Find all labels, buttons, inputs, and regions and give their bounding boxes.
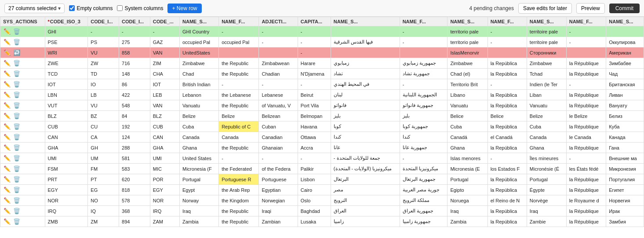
cell-name-f-3[interactable]: -: [488, 26, 527, 37]
cell-code-i-1[interactable]: NO: [88, 195, 119, 206]
cell-name-s[interactable]: Micronesia (F: [180, 164, 219, 174]
cell-code-i-2[interactable]: 148: [119, 69, 150, 79]
cell-name-s-4[interactable]: Égypte: [527, 185, 566, 195]
cell-name-f-3[interactable]: la República: [488, 206, 527, 216]
cell-code-s[interactable]: POR: [150, 174, 179, 185]
cell-name-s-3[interactable]: Líbano: [448, 90, 488, 100]
cell-name-f-4[interactable]: -: [566, 37, 606, 48]
delete-icon[interactable]: 🗑️: [13, 186, 21, 194]
cell-capita[interactable]: -: [298, 37, 331, 48]
cell-name-s-2[interactable]: (ميكرونيزيا (الولايات - المتحدة: [331, 164, 400, 174]
cell-name-s-4[interactable]: Zambie: [527, 216, 566, 227]
cell-name-f-2[interactable]: جمهورية العراق: [400, 206, 448, 216]
cell-name-s-5[interactable]: Микронезия: [606, 164, 644, 174]
empty-columns-checkbox[interactable]: [69, 5, 75, 11]
cell-name-f-2[interactable]: -: [400, 79, 448, 90]
cell-name-f[interactable]: Belize: [219, 111, 259, 121]
cell-name-s-2[interactable]: لبنان: [331, 90, 400, 100]
cell-capita[interactable]: -: [298, 79, 331, 90]
cell-name-f-4[interactable]: -: [566, 153, 606, 164]
cell-adjecti[interactable]: Cuban: [259, 121, 298, 132]
cell-code-i-2[interactable]: 620: [119, 174, 150, 185]
cell-code-iso-3[interactable]: VUT: [45, 100, 88, 111]
edit-icon[interactable]: ✏️: [3, 165, 11, 172]
cell-name-s-2[interactable]: البرتغال: [331, 174, 400, 185]
cell-code-i-1[interactable]: LB: [88, 90, 119, 100]
cell-name-f-3[interactable]: Belice: [488, 111, 527, 121]
cell-name-f-2[interactable]: الجمهورية اللبنانية: [400, 90, 448, 100]
cell-code-i-1[interactable]: GH: [88, 143, 119, 153]
cell-name-s-5[interactable]: Ирак: [606, 206, 644, 216]
cell-name-f-4[interactable]: la République: [566, 121, 606, 132]
cell-name-f[interactable]: [219, 48, 259, 58]
cell-adjecti[interactable]: Canadian: [259, 132, 298, 143]
cell-adjecti[interactable]: Zambian: [259, 216, 298, 227]
cell-name-f-3[interactable]: -: [488, 37, 527, 48]
cell-name-s-5[interactable]: Белиз: [606, 111, 644, 121]
cell-name-f-3[interactable]: el Canadá: [488, 132, 527, 143]
cell-code-i-2[interactable]: 422: [119, 90, 150, 100]
edit-icon[interactable]: ✏️: [3, 112, 11, 120]
cell-name-f-4[interactable]: le Royaume d: [566, 195, 606, 206]
delete-icon[interactable]: 🗑️: [13, 59, 21, 67]
edit-icon[interactable]: ✏️: [3, 197, 11, 204]
cell-name-s-4[interactable]: Norvège: [527, 195, 566, 206]
cell-name-f-3[interactable]: [488, 48, 527, 58]
cell-name-s-4[interactable]: Portugal: [527, 174, 566, 185]
cell-adjecti[interactable]: Norwegian: [259, 195, 298, 206]
cell-name-f-3[interactable]: el Reino de N: [488, 195, 527, 206]
cell-name-s-4[interactable]: Tchad: [527, 69, 566, 79]
cell-name-s[interactable]: Zambia: [180, 216, 219, 227]
cell-code-iso-3[interactable]: NOR: [45, 195, 88, 206]
cell-adjecti[interactable]: of the Federa: [259, 164, 298, 174]
system-columns-toggle[interactable]: System columns: [117, 5, 163, 11]
cell-code-i-1[interactable]: BZ: [88, 111, 119, 121]
cell-name-s-2[interactable]: كوبا: [331, 121, 400, 132]
cell-code-s[interactable]: LEB: [150, 90, 179, 100]
cell-name-s-3[interactable]: Cuba: [448, 121, 488, 132]
edit-icon[interactable]: ✏️: [3, 186, 11, 194]
cell-name-f-3[interactable]: la República: [488, 90, 527, 100]
cell-name-f-2[interactable]: -: [400, 37, 448, 48]
cell-adjecti[interactable]: -: [259, 153, 298, 164]
new-row-button[interactable]: + New row: [167, 4, 201, 13]
cell-name-f-2[interactable]: ميكرونيزيا المتحدة: [400, 164, 448, 174]
cell-name-s-3[interactable]: Egipto: [448, 185, 488, 195]
cell-name-s-4[interactable]: Cuba: [527, 121, 566, 132]
columns-selector[interactable]: 27 columns selected ▾: [4, 4, 65, 13]
cell-name-s-2[interactable]: [331, 48, 400, 58]
delete-icon[interactable]: 🗑️: [13, 38, 21, 46]
cell-name-f-3[interactable]: la República: [488, 58, 527, 69]
cell-name-s[interactable]: Ghana: [180, 143, 219, 153]
cell-name-s[interactable]: Egypt: [180, 185, 219, 195]
cell-adjecti[interactable]: -: [259, 26, 298, 37]
cell-name-f-4[interactable]: [566, 48, 606, 58]
cell-name-s-5[interactable]: Британская: [606, 79, 644, 90]
cell-name-f-3[interactable]: -: [488, 153, 527, 164]
cell-name-f[interactable]: the Republic: [219, 143, 259, 153]
cell-name-s-2[interactable]: تشاد: [331, 69, 400, 79]
cell-code-i-1[interactable]: UM: [88, 153, 119, 164]
cell-adjecti[interactable]: Chadian: [259, 69, 298, 79]
cell-name-f-2[interactable]: جمهورية البرتغال: [400, 174, 448, 185]
cell-adjecti[interactable]: Zimbabwean: [259, 58, 298, 69]
cell-code-iso-3[interactable]: BLZ: [45, 111, 88, 121]
cell-name-s-5[interactable]: Американ: [606, 48, 644, 58]
edit-icon[interactable]: ✏️: [3, 70, 11, 77]
cell-capita[interactable]: Lusaka: [298, 216, 331, 227]
cell-name-s-5[interactable]: Португалия: [606, 174, 644, 185]
cell-code-i-2[interactable]: 716: [119, 58, 150, 69]
cell-name-f-2[interactable]: [400, 48, 448, 58]
cell-name-s[interactable]: Canada: [180, 132, 219, 143]
cell-name-f-3[interactable]: la República: [488, 100, 527, 111]
cell-code-iso-3[interactable]: IRQ: [45, 206, 88, 216]
cell-code-i-1[interactable]: PS: [88, 37, 119, 48]
cell-name-s-5[interactable]: Норвегия: [606, 195, 644, 206]
cell-name-s-5[interactable]: Куба: [606, 121, 644, 132]
cell-name-s-2[interactable]: [331, 26, 400, 37]
cell-name-s-2[interactable]: العراق: [331, 206, 400, 216]
cell-code-iso-3[interactable]: PSE: [45, 37, 88, 48]
cell-name-s-5[interactable]: Замбия: [606, 216, 644, 227]
cell-code-s[interactable]: CHA: [150, 69, 179, 79]
cell-name-s-4[interactable]: territoire pale: [527, 26, 566, 37]
